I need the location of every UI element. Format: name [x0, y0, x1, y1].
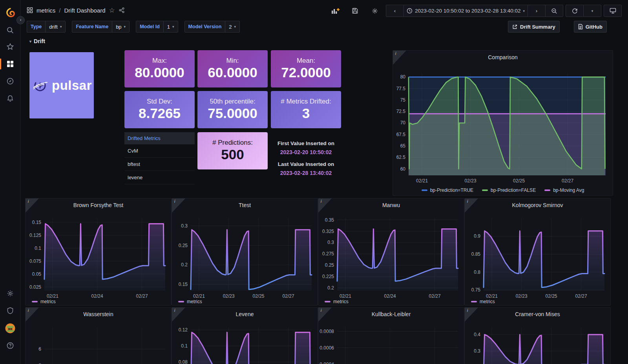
- zoom-out-icon: [551, 8, 557, 14]
- legend-item[interactable]: metrics: [32, 299, 56, 304]
- zoom-out-button[interactable]: [546, 5, 563, 17]
- svg-text:80: 80: [400, 74, 406, 80]
- sidebar-item-alerting[interactable]: [0, 91, 20, 106]
- time-range-picker[interactable]: 2023-02-20 10:50:02 to 2023-02-28 13:40:…: [404, 5, 528, 17]
- panel-title[interactable]: Cramer-von Mises: [465, 311, 610, 317]
- legend-item[interactable]: bp-Moving Avg: [544, 187, 584, 193]
- table-row[interactable]: levene: [124, 171, 195, 184]
- metric-chart[interactable]: 0.750.80.850.902/2102/2302/2502/27: [465, 213, 610, 301]
- svg-text:75: 75: [400, 97, 406, 103]
- refresh-button[interactable]: [566, 5, 584, 17]
- legend-item[interactable]: bp-Prediction=TRUE: [422, 187, 473, 193]
- metric-chart[interactable]: 0.150.20.250.302/2102/2302/2502/27: [172, 213, 318, 301]
- sidebar-item-server-admin[interactable]: [0, 303, 20, 318]
- filter-type-label[interactable]: Type: [27, 21, 46, 32]
- user-avatar[interactable]: [0, 321, 20, 336]
- svg-text:0.9: 0.9: [474, 233, 480, 239]
- filter-feature-name-label[interactable]: Feature Name: [72, 21, 112, 32]
- kiosk-mode-button[interactable]: [604, 5, 622, 17]
- breadcrumb-separator: /: [59, 7, 60, 14]
- filter-feature-name-value[interactable]: bp▾: [112, 21, 129, 32]
- svg-text:0.35: 0.35: [325, 217, 334, 223]
- metric-chart[interactable]: 0.10.20.30.402/2102/2302/2502/27: [465, 322, 610, 364]
- time-shift-forward-button[interactable]: ›: [528, 5, 546, 17]
- shield-icon: [6, 307, 14, 315]
- svg-text:02/21: 02/21: [486, 293, 498, 299]
- metric-panel-brown-forsythe: i Brown Forsythe Test 0.0250.050.0750.10…: [25, 198, 172, 306]
- filter-model-version-label[interactable]: Model Version: [185, 21, 226, 32]
- metric-chart[interactable]: 0.00020.00040.00060.000802/2102/2402/27: [318, 322, 464, 364]
- add-panel-button[interactable]: [327, 5, 344, 16]
- svg-text:02/27: 02/27: [136, 293, 148, 299]
- dashboard-settings-button[interactable]: [366, 5, 383, 16]
- svg-text:0.08: 0.08: [179, 359, 188, 364]
- chevron-down-icon: ▾: [523, 9, 525, 13]
- sidebar-item-search[interactable]: [0, 23, 20, 38]
- table-row[interactable]: CvM: [124, 144, 195, 158]
- stat-value: 75.0000: [208, 106, 257, 121]
- filter-model-id-label[interactable]: Model Id: [136, 21, 164, 32]
- legend-item[interactable]: metrics: [471, 299, 495, 304]
- save-dashboard-button[interactable]: [347, 5, 364, 16]
- external-link-icon: [512, 24, 517, 29]
- filter-model-id-value[interactable]: 1▾: [164, 21, 178, 32]
- share-icon[interactable]: [119, 7, 125, 13]
- panel-title[interactable]: Kullback-Leibler: [318, 311, 464, 317]
- github-button[interactable]: GitHub: [574, 21, 607, 33]
- breadcrumb-app[interactable]: metrics: [37, 7, 55, 14]
- svg-text:02/23: 02/23: [465, 178, 476, 184]
- filter-type: Type drift▾: [27, 21, 66, 33]
- breadcrumb-page[interactable]: Drift Dashboard: [64, 7, 106, 14]
- table-header[interactable]: Drifted Metrics: [124, 132, 195, 144]
- stat-label: Min:: [226, 57, 239, 65]
- comparison-chart[interactable]: 6062.56567.57072.57577.58002/2102/2302/2…: [393, 62, 613, 187]
- panel-title[interactable]: Ttest: [172, 202, 318, 208]
- legend-item[interactable]: bp-Prediction=FALSE: [482, 187, 536, 193]
- svg-text:0.025: 0.025: [29, 284, 41, 290]
- chart-legend: metrics: [32, 299, 56, 304]
- time-controls: ‹ 2023-02-20 10:50:02 to 2023-02-28 13:4…: [386, 5, 563, 17]
- sidebar-item-configuration[interactable]: [0, 286, 20, 301]
- svg-text:02/23: 02/23: [516, 293, 528, 299]
- metric-chart[interactable]: 0.040.060.080.10.1202/2102/2302/2502/27: [172, 322, 318, 364]
- last-value-label: Last Value Inserted on: [278, 161, 334, 167]
- svg-text:0.12: 0.12: [179, 327, 188, 333]
- legend-item[interactable]: metrics: [178, 299, 202, 304]
- refresh-controls: ▾: [566, 5, 601, 17]
- metric-chart[interactable]: 45602/2102/2402/27: [26, 322, 171, 364]
- time-shift-back-button[interactable]: ‹: [386, 5, 404, 17]
- sidebar-item-starred[interactable]: [0, 39, 20, 54]
- metric-panel-levene: i Levene 0.040.060.080.10.1202/2102/2302…: [172, 307, 318, 364]
- panel-title[interactable]: Brown Forsythe Test: [26, 202, 171, 208]
- apps-grid-icon: [27, 7, 33, 13]
- favorite-star-icon[interactable]: ☆: [109, 6, 115, 15]
- panel-title[interactable]: Kolmogorov Smirnov: [465, 202, 610, 208]
- row-drift-toggle[interactable]: ▾ Drift: [29, 38, 45, 44]
- metric-chart[interactable]: 0.0250.050.0750.10.1250.1502/2102/2402/2…: [26, 213, 171, 301]
- star-icon: [6, 43, 14, 51]
- drift-summary-button[interactable]: Drift Summary: [508, 21, 560, 33]
- sidebar-item-help[interactable]: [0, 338, 20, 353]
- panel-title[interactable]: Wasserstein: [26, 311, 171, 317]
- svg-text:02/25: 02/25: [545, 293, 557, 299]
- pulsar-logo-panel: pulsar: [29, 52, 94, 118]
- last-value-timestamp: 2023-02-28 13:40:02: [280, 170, 332, 176]
- comparison-legend: bp-Prediction=TRUE bp-Prediction=FALSE b…: [393, 187, 613, 193]
- svg-text:02/21: 02/21: [47, 293, 58, 299]
- filter-model-version-value[interactable]: 2▾: [225, 21, 239, 32]
- search-icon: [6, 26, 14, 34]
- legend-swatch: [32, 301, 38, 302]
- svg-text:02/27: 02/27: [562, 178, 573, 184]
- metric-chart[interactable]: 0.20.2250.250.2750.30.3250.3502/2102/240…: [318, 213, 464, 301]
- sidebar-item-dashboards[interactable]: [0, 56, 20, 71]
- metric-panel-manwu: i Manwu 0.20.2250.250.2750.30.3250.3502/…: [318, 198, 464, 306]
- refresh-interval-dropdown[interactable]: ▾: [584, 5, 601, 17]
- table-row[interactable]: bftest: [124, 158, 195, 171]
- sidebar-item-explore[interactable]: [0, 74, 20, 89]
- panel-title[interactable]: Manwu: [318, 202, 464, 208]
- legend-item[interactable]: metrics: [325, 299, 349, 304]
- panel-title[interactable]: Levene: [172, 311, 318, 317]
- sidebar-expand-button[interactable]: ›: [16, 16, 25, 24]
- filter-type-value[interactable]: drift▾: [46, 21, 65, 32]
- panel-title[interactable]: Comparison: [393, 54, 613, 60]
